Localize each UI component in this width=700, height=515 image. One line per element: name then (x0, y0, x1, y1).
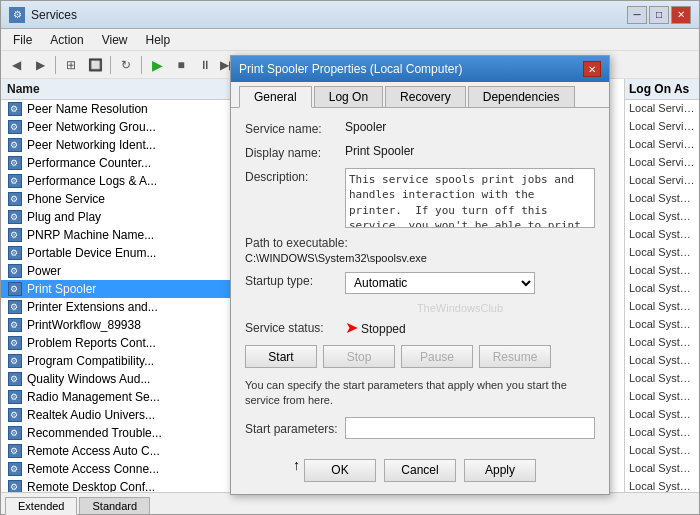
service-name: Radio Management Se... (27, 390, 160, 404)
service-icon (7, 318, 23, 332)
menu-file[interactable]: File (5, 31, 40, 49)
logon-item: Local Syste... (625, 316, 699, 334)
start-params-label: Start parameters: (245, 420, 345, 436)
tab-general[interactable]: General (239, 86, 312, 108)
list-item[interactable]: Radio Management Se... (1, 388, 240, 406)
display-name-row: Display name: Print Spooler (245, 144, 595, 160)
list-item[interactable]: Performance Counter... (1, 154, 240, 172)
services-list[interactable]: Peer Name Resolution Peer Networking Gro… (1, 100, 240, 492)
list-item[interactable]: Remote Access Auto C... (1, 442, 240, 460)
start-params-input[interactable] (345, 417, 595, 439)
title-bar: ⚙ Services ─ □ ✕ (1, 1, 699, 29)
dialog-title: Print Spooler Properties (Local Computer… (239, 62, 462, 76)
logon-item: Local Syste... (625, 208, 699, 226)
service-name: Portable Device Enum... (27, 246, 156, 260)
list-item[interactable]: Peer Networking Ident... (1, 136, 240, 154)
dialog-close-button[interactable]: ✕ (583, 61, 601, 77)
service-status-value: ➤Stopped (345, 318, 406, 337)
forward-button[interactable]: ▶ (29, 54, 51, 76)
service-icon (7, 102, 23, 116)
startup-type-select[interactable]: Automatic Automatic (Delayed Start) Manu… (345, 272, 535, 294)
list-item[interactable]: Problem Reports Cont... (1, 334, 240, 352)
help-text: You can specify the start parameters tha… (245, 378, 595, 409)
startup-type-row: Startup type: Automatic Automatic (Delay… (245, 272, 595, 294)
list-item[interactable]: Printer Extensions and... (1, 298, 240, 316)
logon-item: Local Syste... (625, 352, 699, 370)
menu-action[interactable]: Action (42, 31, 91, 49)
service-name: Power (27, 264, 61, 278)
list-item[interactable]: PNRP Machine Name... (1, 226, 240, 244)
logon-item: Local Syste... (625, 388, 699, 406)
minimize-button[interactable]: ─ (627, 6, 647, 24)
service-icon (7, 354, 23, 368)
action-buttons: Start Stop Pause Resume (245, 345, 595, 368)
properties-button[interactable]: 🔲 (84, 54, 106, 76)
tab-extended[interactable]: Extended (5, 497, 77, 515)
start-button[interactable]: Start (245, 345, 317, 368)
list-item[interactable]: Remote Desktop Conf... (1, 478, 240, 492)
logon-item: Local Service (625, 154, 699, 172)
service-name-label: Service name: (245, 120, 345, 136)
toolbar-sep-3 (141, 56, 142, 74)
resume-button[interactable]: Resume (479, 345, 551, 368)
list-item[interactable]: Phone Service (1, 190, 240, 208)
service-icon (7, 228, 23, 242)
service-name: Performance Logs & A... (27, 174, 157, 188)
list-item[interactable]: Realtek Audio Univers... (1, 406, 240, 424)
service-icon (7, 120, 23, 134)
selected-service-item[interactable]: Print Spooler (1, 280, 240, 298)
pause-button[interactable]: Pause (401, 345, 473, 368)
list-item[interactable]: Portable Device Enum... (1, 244, 240, 262)
path-value: C:\WINDOWS\System32\spoolsv.exe (245, 252, 595, 264)
toolbar-sep-2 (110, 56, 111, 74)
tab-dependencies[interactable]: Dependencies (468, 86, 575, 107)
service-icon (7, 390, 23, 404)
logon-item: Local Syste... (625, 298, 699, 316)
cancel-button[interactable]: Cancel (384, 459, 456, 482)
menu-help[interactable]: Help (138, 31, 179, 49)
logon-item: Local Syste... (625, 442, 699, 460)
service-name: Recommended Trouble... (27, 426, 162, 440)
service-name: Remote Access Auto C... (27, 444, 160, 458)
refresh-button[interactable]: ↻ (115, 54, 137, 76)
properties-dialog: Print Spooler Properties (Local Computer… (230, 55, 610, 495)
list-item[interactable]: Peer Networking Grou... (1, 118, 240, 136)
service-name: Peer Networking Ident... (27, 138, 156, 152)
description-label: Description: (245, 168, 345, 184)
list-item[interactable]: PrintWorkflow_89938 (1, 316, 240, 334)
service-name: Peer Networking Grou... (27, 120, 156, 134)
tab-logon[interactable]: Log On (314, 86, 383, 107)
list-item[interactable]: Program Compatibility... (1, 352, 240, 370)
dialog-title-bar: Print Spooler Properties (Local Computer… (231, 56, 609, 82)
service-name: Quality Windows Aud... (27, 372, 150, 386)
description-textarea[interactable]: This service spools print jobs and handl… (345, 168, 595, 228)
service-name-value: Spooler (345, 120, 595, 134)
tab-recovery[interactable]: Recovery (385, 86, 466, 107)
close-button[interactable]: ✕ (671, 6, 691, 24)
tab-standard[interactable]: Standard (79, 497, 150, 514)
service-name: Remote Desktop Conf... (27, 480, 155, 492)
show-view-button[interactable]: ⊞ (60, 54, 82, 76)
menu-view[interactable]: View (94, 31, 136, 49)
ok-button[interactable]: OK (304, 459, 376, 482)
stop-service-button[interactable]: ■ (170, 54, 192, 76)
service-icon (7, 264, 23, 278)
back-button[interactable]: ◀ (5, 54, 27, 76)
service-icon (7, 174, 23, 188)
pause-service-button[interactable]: ⏸ (194, 54, 216, 76)
red-arrow-icon: ➤ (345, 319, 358, 336)
list-item[interactable]: Peer Name Resolution (1, 100, 240, 118)
list-item[interactable]: Recommended Trouble... (1, 424, 240, 442)
logon-item: Local Service (625, 100, 699, 118)
start-service-button[interactable]: ▶ (146, 54, 168, 76)
list-item[interactable]: Plug and Play (1, 208, 240, 226)
list-item[interactable]: Remote Access Conne... (1, 460, 240, 478)
stop-button[interactable]: Stop (323, 345, 395, 368)
list-item[interactable]: Quality Windows Aud... (1, 370, 240, 388)
apply-button[interactable]: Apply (464, 459, 536, 482)
list-item[interactable]: Power (1, 262, 240, 280)
service-icon (7, 480, 23, 492)
list-item[interactable]: Performance Logs & A... (1, 172, 240, 190)
dialog-footer: OK Cancel Apply (231, 451, 609, 494)
maximize-button[interactable]: □ (649, 6, 669, 24)
